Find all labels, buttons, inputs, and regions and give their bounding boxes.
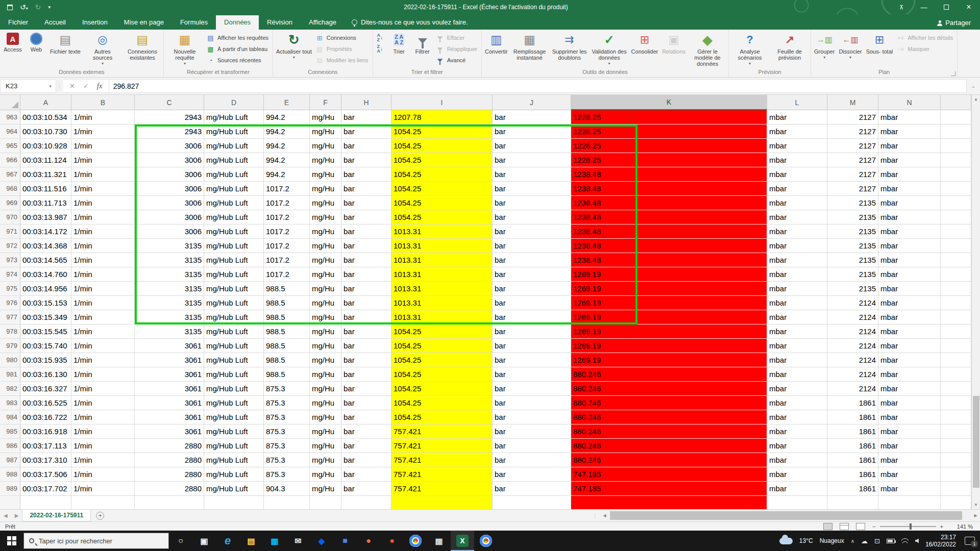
- cell-E972[interactable]: 1017.2: [264, 239, 310, 253]
- cell-E974[interactable]: 1017.2: [264, 267, 310, 282]
- cell-M966[interactable]: 2127: [827, 153, 878, 167]
- cell-F979[interactable]: mg/Hu: [310, 339, 341, 353]
- cell-H974[interactable]: bar: [341, 267, 391, 282]
- cell-B969[interactable]: 1/min: [71, 196, 135, 210]
- column-header-B[interactable]: B: [71, 95, 135, 110]
- cell-F969[interactable]: mg/Hu: [310, 196, 341, 210]
- cell-C967[interactable]: 3006: [135, 167, 204, 182]
- cell-I981[interactable]: 1054.25: [391, 367, 493, 382]
- cell-J964[interactable]: bar: [493, 124, 571, 139]
- cell-E970[interactable]: 1017.2: [264, 210, 310, 224]
- cell-M973[interactable]: 2135: [827, 253, 878, 267]
- cell-F971[interactable]: mg/Hu: [310, 224, 341, 239]
- cell-J968[interactable]: bar: [493, 182, 571, 196]
- ribbon-button-autres-sources[interactable]: ◎Autres sources▾: [83, 31, 122, 68]
- cell-974[interactable]: [941, 267, 971, 282]
- cell-F973[interactable]: mg/Hu: [310, 253, 341, 267]
- cell-E976[interactable]: 988.5: [264, 296, 310, 310]
- cell-M970[interactable]: 2135: [827, 210, 878, 224]
- row-header-978[interactable]: 978: [0, 324, 20, 339]
- column-header-E[interactable]: E: [264, 95, 310, 110]
- cell-N974[interactable]: mbar: [878, 267, 941, 282]
- cell-J976[interactable]: bar: [493, 296, 571, 310]
- sheet-nav-left-icon[interactable]: ◀: [0, 513, 11, 518]
- row-header-977[interactable]: 977: [0, 310, 20, 324]
- cell-M987[interactable]: 1861: [827, 453, 878, 467]
- cell-M977[interactable]: 2124: [827, 310, 878, 324]
- cell-D964[interactable]: mg/Hub Luft: [204, 124, 264, 139]
- cell-H979[interactable]: bar: [341, 339, 391, 353]
- cell-D978[interactable]: mg/Hub Luft: [204, 324, 264, 339]
- cell-971[interactable]: [941, 224, 971, 239]
- cell-B986[interactable]: 1/min: [71, 439, 135, 453]
- ribbon-tab-insertion[interactable]: Insertion: [74, 15, 116, 30]
- cell-A970[interactable]: 00:03:13.987: [20, 210, 71, 224]
- cell-C988[interactable]: 2880: [135, 467, 204, 482]
- zoom-in-icon[interactable]: +: [940, 523, 943, 530]
- ribbon-tab-fichier[interactable]: Fichier: [0, 15, 36, 30]
- cell-L973[interactable]: mbar: [767, 253, 827, 267]
- cell-D988[interactable]: mg/Hub Luft: [204, 467, 264, 482]
- cell-B977[interactable]: 1/min: [71, 310, 135, 324]
- row-header-987[interactable]: 987: [0, 453, 20, 467]
- cell-K974[interactable]: 1269.19: [571, 267, 767, 282]
- cell-J973[interactable]: bar: [493, 253, 571, 267]
- cell-E969[interactable]: 1017.2: [264, 196, 310, 210]
- cell-F976[interactable]: mg/Hu: [310, 296, 341, 310]
- expand-formula-bar-icon[interactable]: ⌄: [967, 78, 980, 94]
- ribbon-button-trier[interactable]: Z AA ZTrier: [387, 31, 411, 68]
- cell-A984[interactable]: 00:03:16.722: [20, 410, 71, 424]
- cell-C973[interactable]: 3135: [135, 253, 204, 267]
- cell-E981[interactable]: 988.5: [264, 367, 310, 382]
- cell-E988[interactable]: 875.3: [264, 467, 310, 482]
- cell-N970[interactable]: mbar: [878, 210, 941, 224]
- cell-D975[interactable]: mg/Hub Luft: [204, 282, 264, 296]
- cell-M969[interactable]: 2135: [827, 196, 878, 210]
- cell-M975[interactable]: 2135: [827, 282, 878, 296]
- ribbon-tab-mise-en-page[interactable]: Mise en page: [116, 15, 172, 30]
- cell-I974[interactable]: 1013.31: [391, 267, 493, 282]
- cell-C982[interactable]: 3061: [135, 382, 204, 396]
- cell-L984[interactable]: mbar: [767, 410, 827, 424]
- cell-987[interactable]: [941, 453, 971, 467]
- cell-967[interactable]: [941, 167, 971, 182]
- cell-K968[interactable]: 1238.48: [571, 182, 767, 196]
- redo-icon[interactable]: ↻: [35, 4, 41, 11]
- cell-F982[interactable]: mg/Hu: [310, 382, 341, 396]
- cell-D981[interactable]: mg/Hub Luft: [204, 367, 264, 382]
- cell-J985[interactable]: bar: [493, 424, 571, 439]
- cell-D985[interactable]: mg/Hub Luft: [204, 424, 264, 439]
- cell-L975[interactable]: mbar: [767, 282, 827, 296]
- cell-L963[interactable]: mbar: [767, 110, 827, 124]
- cell-D963[interactable]: mg/Hub Luft: [204, 110, 264, 124]
- sheet-tab-active[interactable]: 2022-02-16-175911: [22, 510, 91, 521]
- weather-condition[interactable]: Nuageux: [820, 537, 844, 544]
- row-header-984[interactable]: 984: [0, 410, 20, 424]
- cell-K984[interactable]: 880.246: [571, 410, 767, 424]
- cell-E989[interactable]: 904.3: [264, 482, 310, 496]
- cell-K980[interactable]: 1269.19: [571, 353, 767, 367]
- cell-J982[interactable]: bar: [493, 382, 571, 396]
- cell-D972[interactable]: mg/Hub Luft: [204, 239, 264, 253]
- cell-B968[interactable]: 1/min: [71, 182, 135, 196]
- horizontal-scrollbar[interactable]: [609, 510, 971, 521]
- ribbon-button-grouper[interactable]: →▥Grouper▾: [812, 31, 837, 68]
- cell-F987[interactable]: mg/Hu: [310, 453, 341, 467]
- cell-F978[interactable]: mg/Hu: [310, 324, 341, 339]
- cell-N982[interactable]: mbar: [878, 382, 941, 396]
- cell-I989[interactable]: 757.421: [391, 482, 493, 496]
- cell-B983[interactable]: 1/min: [71, 396, 135, 410]
- insert-function-icon[interactable]: fx: [97, 82, 103, 90]
- zoom-slider-thumb[interactable]: [910, 523, 912, 530]
- cell-N979[interactable]: mbar: [878, 339, 941, 353]
- cell-H973[interactable]: bar: [341, 253, 391, 267]
- cell-L967[interactable]: mbar: [767, 167, 827, 182]
- name-box-dropdown-icon[interactable]: ▾: [49, 84, 56, 89]
- cell-H969[interactable]: bar: [341, 196, 391, 210]
- cell-D969[interactable]: mg/Hub Luft: [204, 196, 264, 210]
- cell-K972[interactable]: 1238.48: [571, 239, 767, 253]
- cell-E984[interactable]: 875.3: [264, 410, 310, 424]
- cell-K986[interactable]: 880.246: [571, 439, 767, 453]
- cell-L978[interactable]: mbar: [767, 324, 827, 339]
- row-header-971[interactable]: 971: [0, 224, 20, 239]
